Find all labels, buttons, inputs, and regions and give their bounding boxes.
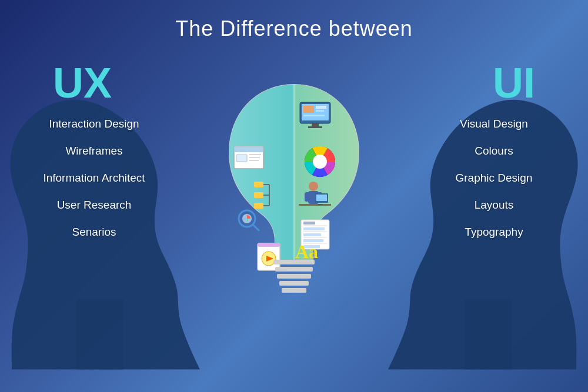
svg-rect-12 [236,155,247,162]
ux-item-3: Information Architect [18,172,171,185]
svg-rect-18 [254,203,263,209]
svg-rect-35 [303,115,325,116]
svg-rect-63 [282,288,306,293]
svg-rect-42 [305,192,309,202]
svg-rect-55 [303,233,321,236]
ui-item-4: Layouts [417,199,570,212]
ui-item-2: Colours [417,145,570,158]
ux-items-list: Interaction Design Wireframes Informatio… [18,118,171,253]
svg-rect-32 [303,106,314,113]
ui-item-5: Typography [417,226,570,239]
ui-item-3: Graphic Design [417,172,570,185]
svg-text:Aa: Aa [295,241,318,262]
bulb-svg: Aa [218,79,370,296]
ui-item-1: Visual Design [417,118,570,130]
ui-items-list: Visual Design Colours Graphic Design Lay… [417,118,570,253]
ux-item-4: User Research [18,199,171,212]
svg-rect-27 [258,243,280,247]
svg-rect-37 [308,126,322,128]
svg-rect-1 [465,299,512,370]
svg-point-40 [309,182,318,191]
svg-rect-2 [229,85,294,261]
svg-rect-54 [303,227,325,230]
ux-item-2: Wireframes [18,145,171,158]
svg-rect-47 [318,204,323,205]
svg-rect-11 [234,146,263,152]
main-title: The Difference between [175,16,413,41]
ux-item-5: Senarios [18,226,171,239]
svg-rect-44 [299,204,331,206]
ux-item-1: Interaction Design [18,118,171,130]
svg-rect-33 [316,106,326,109]
content-area: UX UI Interaction Design Wireframes Info… [0,41,588,392]
svg-rect-60 [275,267,313,272]
svg-rect-17 [254,192,263,198]
svg-rect-0 [76,299,123,370]
svg-line-24 [253,225,259,230]
svg-rect-53 [303,222,315,225]
ui-label: UI [493,59,535,107]
svg-rect-36 [312,123,319,126]
lightbulb-graphic: Aa [212,79,376,337]
svg-rect-61 [277,274,311,279]
svg-point-39 [313,155,327,169]
svg-rect-16 [254,182,263,187]
ux-label: UX [53,59,112,107]
svg-rect-62 [279,281,309,286]
svg-rect-46 [316,195,327,201]
svg-rect-34 [316,110,324,112]
svg-rect-59 [273,260,315,264]
